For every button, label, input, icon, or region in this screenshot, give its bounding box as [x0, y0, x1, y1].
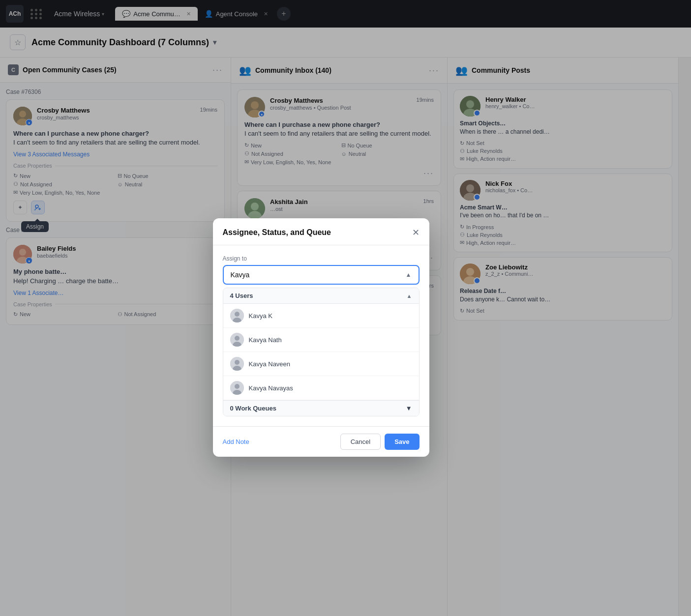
svg-point-29 — [235, 336, 240, 341]
avatar-kavya-navayas — [230, 381, 244, 395]
save-button[interactable]: Save — [385, 434, 419, 450]
users-dropdown: 4 Users ▲ Kavya K — [223, 288, 420, 416]
user-kavya-k[interactable]: Kavya K — [223, 304, 419, 328]
cancel-button[interactable]: Cancel — [340, 434, 381, 450]
modal-body: Assign to Kavya ▲ 4 Users ▲ — [213, 245, 429, 426]
chevron-down-icon-queues: ▼ — [406, 405, 412, 412]
assignee-status-queue-modal: Assignee, Status, and Queue ✕ Assign to … — [213, 218, 429, 457]
modal-header: Assignee, Status, and Queue ✕ — [213, 218, 429, 245]
user-kavya-naveen[interactable]: Kavya Naveen — [223, 352, 419, 376]
svg-point-35 — [235, 384, 240, 389]
user-kavya-nath[interactable]: Kavya Nath — [223, 328, 419, 352]
svg-point-32 — [235, 360, 240, 365]
svg-point-26 — [235, 312, 240, 317]
avatar-kavya-naveen — [230, 357, 244, 371]
queues-section-header: 0 Work Queues ▼ — [223, 400, 419, 416]
user-kavya-navayas[interactable]: Kavya Navayas — [223, 376, 419, 400]
assign-to-label: Assign to — [223, 255, 420, 262]
avatar-kavya-k — [230, 309, 244, 323]
avatar-kavya-nath — [230, 333, 244, 347]
modal-footer: Add Note Cancel Save — [213, 426, 429, 457]
users-section-header: 4 Users ▲ — [223, 288, 419, 304]
chevron-up-icon-users: ▲ — [407, 293, 412, 299]
modal-overlay[interactable]: Assignee, Status, and Queue ✕ Assign to … — [0, 0, 691, 616]
chevron-up-icon: ▲ — [406, 271, 412, 278]
modal-close-button[interactable]: ✕ — [412, 227, 420, 238]
assign-to-input[interactable]: Kavya ▲ — [223, 265, 420, 285]
modal-title: Assignee, Status, and Queue — [223, 228, 331, 237]
add-note-button[interactable]: Add Note — [223, 438, 249, 445]
